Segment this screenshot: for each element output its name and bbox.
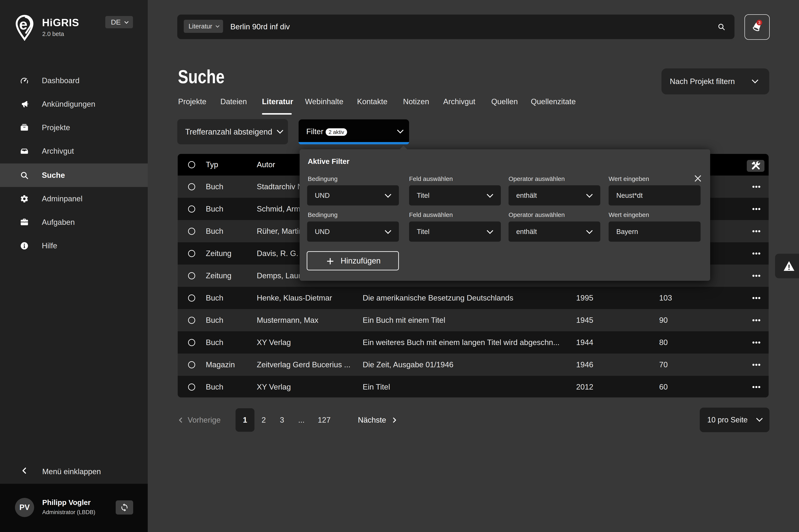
svg-text:e: e [19, 16, 27, 33]
